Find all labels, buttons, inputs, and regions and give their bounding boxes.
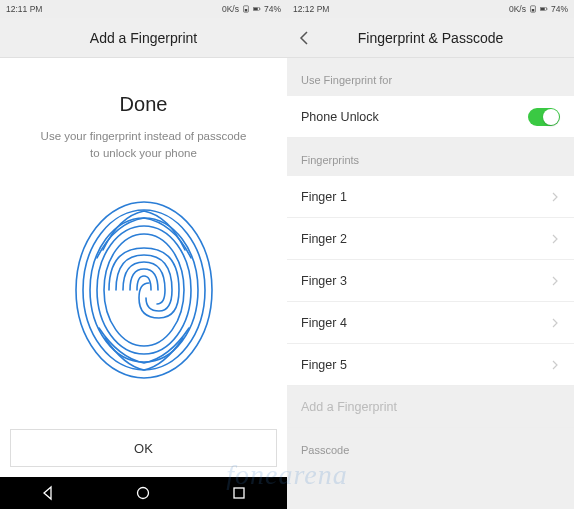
status-speed: 0K/s	[509, 4, 526, 14]
row-label: Finger 4	[301, 316, 347, 330]
row-label: Finger 3	[301, 274, 347, 288]
page-title: Add a Fingerprint	[90, 30, 197, 46]
header: Add a Fingerprint	[0, 18, 287, 58]
battery-icon	[253, 5, 261, 13]
section-fingerprints: Fingerprints	[287, 138, 574, 176]
page-title: Fingerprint & Passcode	[358, 30, 504, 46]
row-add-fingerprint: Add a Fingerprint	[287, 386, 574, 428]
content: Use Fingerprint for Phone Unlock Fingerp…	[287, 58, 574, 509]
chevron-right-icon	[550, 234, 560, 244]
row-finger[interactable]: Finger 2	[287, 218, 574, 260]
svg-rect-4	[260, 8, 261, 10]
svg-rect-16	[547, 8, 548, 10]
done-subtitle: Use your fingerprint instead of passcode…	[0, 128, 287, 163]
chevron-right-icon	[550, 276, 560, 286]
statusbar: 12:11 PM 0K/s 74%	[0, 0, 287, 18]
chevron-right-icon	[550, 192, 560, 202]
row-label: Finger 1	[301, 190, 347, 204]
done-title: Done	[0, 93, 287, 116]
row-finger[interactable]: Finger 5	[287, 344, 574, 386]
row-label: Add a Fingerprint	[301, 400, 397, 414]
ok-label: OK	[134, 441, 153, 456]
nav-home-icon[interactable]	[135, 485, 151, 501]
svg-point-8	[97, 226, 191, 354]
back-icon[interactable]	[297, 30, 313, 46]
battery-icon	[540, 5, 548, 13]
row-finger[interactable]: Finger 4	[287, 302, 574, 344]
statusbar: 12:12 PM 0K/s 74%	[287, 0, 574, 18]
chevron-right-icon	[550, 360, 560, 370]
svg-rect-15	[540, 8, 544, 11]
svg-rect-13	[532, 9, 534, 11]
sim-icon	[242, 5, 250, 13]
status-battery: 74%	[264, 4, 281, 14]
status-speed: 0K/s	[222, 4, 239, 14]
row-finger[interactable]: Finger 3	[287, 260, 574, 302]
phone-left: 12:11 PM 0K/s 74% Add a Fingerprint Done…	[0, 0, 287, 509]
fingerprint-icon	[69, 198, 219, 383]
toggle-phone-unlock[interactable]	[528, 108, 560, 126]
svg-rect-3	[253, 8, 257, 11]
row-finger[interactable]: Finger 1	[287, 176, 574, 218]
nav-back-icon[interactable]	[40, 485, 56, 501]
row-label: Phone Unlock	[301, 110, 379, 124]
svg-rect-11	[234, 488, 244, 498]
ok-button[interactable]: OK	[10, 429, 277, 467]
header: Fingerprint & Passcode	[287, 18, 574, 58]
section-use-fingerprint: Use Fingerprint for	[287, 58, 574, 96]
svg-point-10	[138, 488, 149, 499]
status-time: 12:12 PM	[293, 4, 329, 14]
navbar	[0, 477, 287, 509]
svg-rect-1	[245, 9, 247, 11]
status-battery: 74%	[551, 4, 568, 14]
nav-recent-icon[interactable]	[231, 485, 247, 501]
row-label: Finger 2	[301, 232, 347, 246]
chevron-right-icon	[550, 318, 560, 328]
sim-icon	[529, 5, 537, 13]
phone-right: 12:12 PM 0K/s 74% Fingerprint & Passcode…	[287, 0, 574, 509]
row-phone-unlock[interactable]: Phone Unlock	[287, 96, 574, 138]
section-passcode: Passcode	[287, 428, 574, 466]
row-label: Finger 5	[301, 358, 347, 372]
status-time: 12:11 PM	[6, 4, 42, 14]
